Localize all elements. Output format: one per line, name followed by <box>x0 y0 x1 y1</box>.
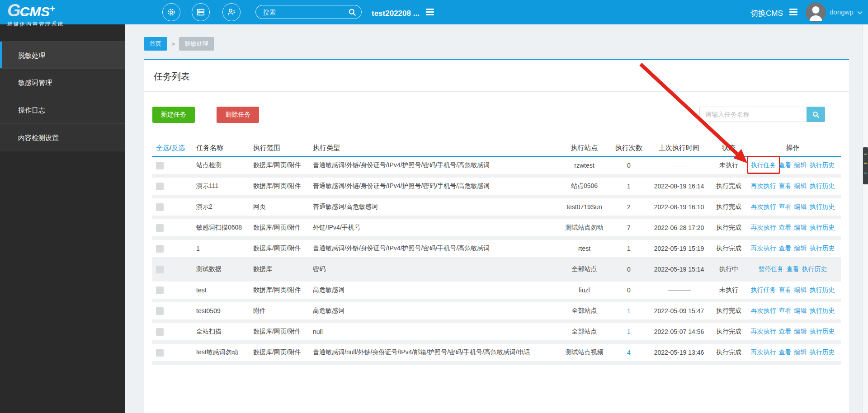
delete-task-button[interactable]: 删除任务 <box>217 107 259 123</box>
task-search-input[interactable] <box>699 107 807 122</box>
action-link[interactable]: 执行历史 <box>810 348 835 356</box>
action-link[interactable]: 执行历史 <box>810 328 835 335</box>
task-last-run-time: 2022-05-19 13:46 <box>645 349 713 356</box>
action-link[interactable]: 查看 <box>779 244 792 252</box>
action-link[interactable]: 执行历史 <box>810 244 835 252</box>
task-run-count: 2 <box>613 203 645 211</box>
select-invert-link[interactable]: 反选 <box>171 144 185 151</box>
row-actions: 再次执行查看编辑执行历史 <box>745 224 841 232</box>
row-checkbox[interactable] <box>156 349 164 357</box>
row-checkbox[interactable] <box>156 224 164 232</box>
select-all-link[interactable]: 全选 <box>156 144 170 151</box>
action-link[interactable]: 编辑 <box>794 224 807 231</box>
action-link[interactable]: 查看 <box>779 348 792 356</box>
top-bar: GpowerCMS+ 新媒体内容管理系统 <box>0 0 868 24</box>
action-link[interactable]: 再次执行 <box>751 328 776 335</box>
action-link[interactable]: 暂停任务 <box>759 265 784 272</box>
action-link[interactable]: 执行历史 <box>810 182 835 189</box>
task-site: test0719Sun <box>556 203 613 211</box>
action-link[interactable]: 再次执行 <box>751 244 776 252</box>
scrollbar[interactable] <box>862 24 868 413</box>
site-menu-icon[interactable] <box>426 7 434 17</box>
action-link[interactable]: 执行历史 <box>810 286 835 293</box>
task-status: 执行完成 <box>713 203 745 211</box>
new-task-button[interactable]: 新建任务 <box>152 107 195 123</box>
row-checkbox[interactable] <box>156 183 164 190</box>
avatar[interactable] <box>806 2 826 23</box>
table-row: 敏感词扫描0608 数据库/网页/附件 外链/IPv4/手机号 测试站点勿动 7… <box>152 219 841 240</box>
logo-g: G <box>7 1 20 20</box>
settings-button[interactable] <box>162 3 180 21</box>
action-link[interactable]: 查看 <box>779 328 792 335</box>
search-icon[interactable] <box>348 8 357 17</box>
column-header-time: 上次执行时间 <box>645 144 713 152</box>
row-checkbox[interactable] <box>156 307 164 315</box>
modules-button[interactable] <box>192 3 210 21</box>
action-link[interactable]: 编辑 <box>794 203 807 210</box>
action-link[interactable]: 查看 <box>779 307 792 314</box>
breadcrumb-current[interactable]: 脱敏处理 <box>179 37 214 51</box>
global-search-input[interactable] <box>256 9 348 16</box>
sidebar-item-0[interactable]: 脱敏处理 <box>0 41 125 69</box>
action-link[interactable]: 查看 <box>779 224 792 231</box>
table-row: 演示2 网页 普通敏感词/高危敏感词 test0719Sun 2 2022-08… <box>152 198 841 219</box>
action-link[interactable]: 编辑 <box>794 244 807 252</box>
action-link[interactable]: 编辑 <box>794 182 807 189</box>
scroll-mark <box>864 163 867 164</box>
breadcrumb: 首页 > 脱敏处理 <box>144 37 214 51</box>
row-checkbox[interactable] <box>156 203 164 211</box>
breadcrumb-home[interactable]: 首页 <box>144 37 167 51</box>
task-name: test <box>196 286 253 294</box>
action-link[interactable]: 执行任务 <box>751 286 776 293</box>
action-link[interactable]: 再次执行 <box>751 224 776 231</box>
switch-cms-button[interactable]: 切换CMS <box>750 7 797 19</box>
action-link[interactable]: 再次执行 <box>751 307 776 314</box>
task-search-button[interactable] <box>807 107 825 122</box>
row-checkbox[interactable] <box>156 266 164 273</box>
scrollbar-thumb[interactable] <box>863 147 868 184</box>
task-site: liuzl <box>556 286 613 294</box>
row-checkbox[interactable] <box>156 245 164 253</box>
action-link[interactable]: 查看 <box>779 182 792 189</box>
task-type: 普通敏感词/外链/身份证号/IPv4/护照号/密码/手机号/高危敏感词 <box>313 161 556 169</box>
action-link[interactable]: 执行历史 <box>802 265 827 272</box>
toolbar: 新建任务 删除任务 <box>152 107 840 122</box>
action-link[interactable]: 再次执行 <box>751 203 776 210</box>
action-link[interactable]: 编辑 <box>794 286 807 293</box>
row-select-cell <box>152 245 196 253</box>
row-checkbox[interactable] <box>156 328 164 336</box>
action-link[interactable]: 查看 <box>779 203 792 210</box>
sidebar-item-2[interactable]: 操作日志 <box>0 96 125 124</box>
action-link[interactable]: 执行历史 <box>810 203 835 210</box>
action-link[interactable]: 编辑 <box>794 328 807 335</box>
action-link[interactable]: 查看 <box>787 265 799 272</box>
action-link[interactable]: 编辑 <box>794 161 807 169</box>
action-link[interactable]: 再次执行 <box>751 182 776 189</box>
user-menu[interactable]: dongwp <box>830 8 863 16</box>
action-link[interactable]: 执行任务 <box>751 161 776 169</box>
action-link[interactable]: 编辑 <box>794 348 807 356</box>
users-button[interactable] <box>222 3 241 21</box>
row-checkbox[interactable] <box>156 286 164 294</box>
table-row: 全站扫描 数据库/网页/附件 null 全部站点 1 2022-05-07 14… <box>152 323 841 344</box>
action-link[interactable]: 再次执行 <box>751 348 776 356</box>
sidebar-item-3[interactable]: 内容检测设置 <box>0 124 125 151</box>
table-row: 1 数据库/网页/附件 普通敏感词/外链/身份证号/IPv4/护照号/密码/手机… <box>152 240 841 261</box>
action-link[interactable]: 编辑 <box>794 307 807 314</box>
task-last-run-time: 2022-08-19 16:14 <box>645 183 713 190</box>
task-status: 执行完成 <box>713 182 745 190</box>
chevron-down-icon <box>857 11 863 14</box>
row-checkbox[interactable] <box>156 162 164 169</box>
action-link[interactable]: 执行历史 <box>810 161 835 169</box>
action-link[interactable]: 查看 <box>779 161 792 169</box>
task-type: 普通敏感词/高危敏感词 <box>313 203 556 211</box>
task-last-run-time: 2022-05-19 15:14 <box>645 266 713 273</box>
action-link[interactable]: 执行历史 <box>810 224 835 231</box>
task-last-run-time: 2022-05-07 14:56 <box>645 328 713 335</box>
action-link[interactable]: 执行历史 <box>810 307 835 314</box>
sidebar-item-1[interactable]: 敏感词管理 <box>0 69 125 96</box>
column-header-actions: 操作 <box>745 144 841 152</box>
cms-menu-icon[interactable] <box>789 7 797 17</box>
current-site-switcher[interactable]: test202208 ... <box>372 7 434 18</box>
action-link[interactable]: 查看 <box>779 286 792 293</box>
